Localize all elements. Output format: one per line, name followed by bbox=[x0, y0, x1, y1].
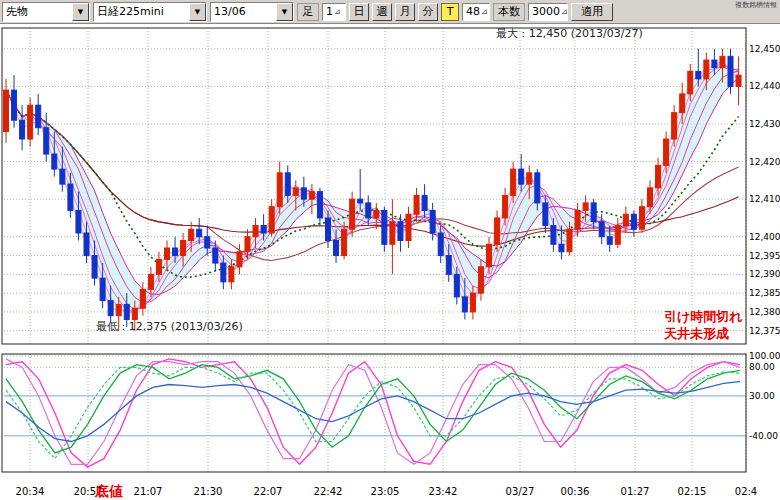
candle-body bbox=[358, 199, 363, 203]
candle-body bbox=[269, 207, 274, 233]
candle-body bbox=[277, 173, 282, 207]
count-input[interactable]: 3000 ⊿ bbox=[528, 3, 568, 21]
indicator-axis-label: 80.00 bbox=[749, 362, 775, 372]
candle-body bbox=[446, 256, 451, 275]
candle-body bbox=[156, 259, 161, 274]
bars-value: 48 bbox=[466, 5, 480, 18]
category-select[interactable]: 先物 ▼ bbox=[2, 2, 90, 22]
time-axis-label: 22:42 bbox=[314, 486, 343, 497]
candle-body bbox=[680, 94, 685, 113]
rci-blue-line bbox=[6, 382, 740, 442]
candle-body bbox=[511, 169, 516, 195]
ma-band bbox=[6, 61, 739, 313]
contract-month-select[interactable]: 13/06 ▼ bbox=[210, 2, 294, 22]
candle-body bbox=[470, 293, 475, 312]
corner-label: 複数銘柄情報 bbox=[735, 1, 779, 21]
candlestick-chart[interactable]: 12,45012,44012,43012,42012,41012,40012,3… bbox=[0, 24, 780, 500]
price-axis-label: 12,440 bbox=[749, 81, 780, 91]
time-axis-label: 00:36 bbox=[561, 486, 590, 497]
dropdown-arrow-icon[interactable]: ▼ bbox=[276, 3, 293, 21]
symbol-select[interactable]: 日経225mini ▼ bbox=[93, 2, 207, 22]
candle-body bbox=[688, 71, 693, 94]
candle-body bbox=[503, 195, 508, 218]
candle-body bbox=[181, 241, 186, 256]
candle-body bbox=[140, 289, 145, 308]
candle-body bbox=[712, 60, 717, 68]
candle-body bbox=[575, 210, 580, 229]
period-day-button[interactable]: 日 bbox=[349, 3, 369, 21]
candle-body bbox=[495, 218, 500, 244]
candle-body bbox=[591, 203, 596, 222]
dropdown-arrow-icon[interactable]: ▼ bbox=[72, 3, 89, 21]
symbol-value: 日経225mini bbox=[94, 3, 189, 21]
candle-body bbox=[728, 56, 733, 86]
chart-area[interactable]: 12,45012,44012,43012,42012,41012,40012,3… bbox=[0, 24, 780, 500]
candle-body bbox=[559, 244, 564, 252]
candle-body bbox=[623, 214, 628, 225]
time-axis-label: 02:15 bbox=[678, 486, 707, 497]
time-axis-label: 22:07 bbox=[254, 486, 283, 497]
time-axis-label: 23:05 bbox=[371, 486, 400, 497]
spinner-icon[interactable]: ⊿ bbox=[561, 7, 568, 16]
indicator-panel-frame bbox=[2, 354, 746, 472]
candle-body bbox=[116, 304, 121, 315]
interval-input[interactable]: 1 ⊿ bbox=[322, 3, 346, 21]
time-axis-label: 20:34 bbox=[16, 486, 45, 497]
candle-body bbox=[478, 267, 483, 293]
candle-body bbox=[648, 188, 653, 207]
candle-body bbox=[36, 105, 41, 128]
candle-body bbox=[527, 173, 532, 184]
candle-body bbox=[656, 165, 661, 188]
tick-button[interactable]: T bbox=[441, 3, 459, 21]
candle-body bbox=[221, 263, 226, 282]
ashi-label: 足 bbox=[297, 3, 319, 21]
candle-body bbox=[487, 244, 492, 267]
count-value: 3000 bbox=[532, 5, 560, 18]
candle-body bbox=[430, 210, 435, 233]
candle-body bbox=[736, 75, 741, 86]
candle-body bbox=[84, 233, 89, 256]
candle-body bbox=[350, 199, 355, 229]
min-annotation: 最低 : 12,375 (2013/03/26) bbox=[96, 319, 243, 334]
period-minute-button[interactable]: 分 bbox=[418, 3, 438, 21]
candle-body bbox=[12, 90, 17, 120]
close-time-note-line1: 引け時間切れ bbox=[664, 308, 743, 325]
dropdown-arrow-icon[interactable]: ▼ bbox=[189, 3, 206, 21]
category-value: 先物 bbox=[3, 3, 72, 21]
candle-body bbox=[535, 173, 540, 203]
price-axis-label: 12,380 bbox=[749, 307, 780, 317]
contract-month-value: 13/06 bbox=[211, 3, 276, 21]
candle-body bbox=[213, 248, 218, 263]
rci-magenta-slow-line bbox=[6, 359, 740, 464]
candle-body bbox=[615, 225, 620, 244]
price-axis-label: 12,430 bbox=[749, 119, 780, 129]
candle-body bbox=[696, 71, 701, 79]
time-axis-label: 01:27 bbox=[621, 486, 650, 497]
bars-input[interactable]: 48 ⊿ bbox=[462, 3, 490, 21]
period-week-button[interactable]: 週 bbox=[372, 3, 392, 21]
candle-body bbox=[639, 207, 644, 230]
candle-body bbox=[301, 188, 306, 199]
candle-body bbox=[237, 252, 242, 267]
candle-body bbox=[76, 210, 81, 233]
candle-body bbox=[4, 90, 9, 131]
candle-body bbox=[704, 60, 709, 79]
candle-body bbox=[382, 210, 387, 244]
spinner-icon[interactable]: ⊿ bbox=[481, 7, 488, 16]
candle-body bbox=[317, 192, 322, 218]
candle-body bbox=[68, 184, 73, 210]
apply-button[interactable]: 適用 bbox=[571, 3, 613, 21]
candle-body bbox=[567, 229, 572, 252]
time-axis-label: 21:07 bbox=[134, 486, 163, 497]
candle-body bbox=[124, 304, 129, 319]
honsu-label: 本数 bbox=[493, 3, 525, 21]
candle-body bbox=[148, 274, 153, 289]
candle-body bbox=[326, 218, 331, 241]
period-month-button[interactable]: 月 bbox=[395, 3, 415, 21]
price-axis-label: 12,395 bbox=[749, 251, 780, 261]
time-axis-label: 21:30 bbox=[194, 486, 223, 497]
candle-body bbox=[672, 113, 677, 139]
close-time-note-line2: 天井未形成 bbox=[664, 325, 743, 342]
spinner-icon[interactable]: ⊿ bbox=[334, 7, 341, 16]
candle-body bbox=[438, 233, 443, 256]
